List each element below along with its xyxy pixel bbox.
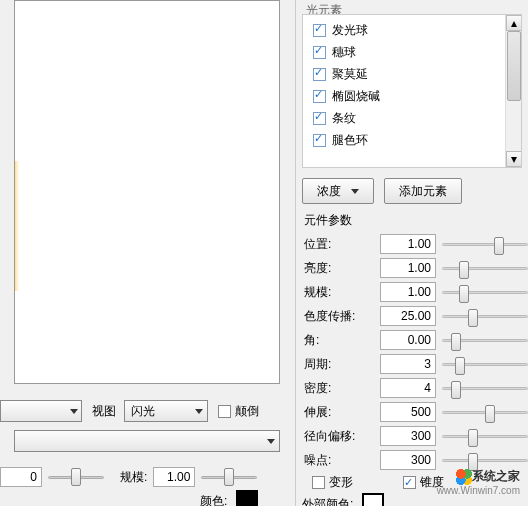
param-slider[interactable] — [442, 363, 528, 366]
item-checkbox[interactable] — [313, 112, 326, 125]
param-label: 密度: — [302, 380, 380, 397]
scrollbar[interactable]: ▴ ▾ — [505, 15, 521, 167]
right-panel: 光元素 发光球穗球聚莫延椭圆烧碱条纹腿色环 ▴ ▾ 浓度 添加元素 元件参数 位… — [295, 0, 528, 506]
param-row: 伸展: — [302, 400, 528, 424]
item-checkbox[interactable] — [313, 134, 326, 147]
element-item[interactable]: 条纹 — [313, 107, 521, 129]
scroll-down-button[interactable]: ▾ — [506, 151, 522, 167]
chevron-down-icon — [70, 409, 78, 414]
element-item[interactable]: 椭圆烧碱 — [313, 85, 521, 107]
param-field[interactable] — [380, 258, 436, 278]
view-dropdown[interactable]: 闪光 — [124, 400, 208, 422]
slider-thumb[interactable] — [455, 357, 465, 375]
slider-thumb[interactable] — [451, 333, 461, 351]
param-field[interactable] — [380, 234, 436, 254]
slider-1[interactable] — [48, 467, 104, 487]
param-field[interactable] — [380, 330, 436, 350]
item-checkbox[interactable] — [313, 90, 326, 103]
slider-thumb[interactable] — [224, 468, 234, 486]
slider-scale[interactable] — [201, 467, 257, 487]
slider-thumb[interactable] — [485, 405, 495, 423]
param-slider[interactable] — [442, 267, 528, 270]
param-label: 色度传播: — [302, 308, 380, 325]
dropdown-1[interactable] — [0, 400, 82, 422]
item-label: 发光球 — [332, 22, 368, 39]
left-panel: 视图 闪光 颠倒 规模: 颜色: — [0, 0, 295, 506]
slider-thumb[interactable] — [459, 261, 469, 279]
bottom-row: 规模: — [0, 462, 295, 492]
item-label: 条纹 — [332, 110, 356, 127]
deform-checkbox[interactable] — [312, 476, 325, 489]
param-slider[interactable] — [442, 291, 528, 294]
param-label: 周期: — [302, 356, 380, 373]
checkbox-row: 变形 锥度 — [302, 474, 444, 491]
invert-checkbox[interactable] — [218, 405, 231, 418]
element-item[interactable]: 腿色环 — [313, 129, 521, 151]
item-label: 聚莫延 — [332, 66, 368, 83]
watermark-text1: 系统之家 — [472, 469, 520, 483]
density-label: 浓度 — [317, 183, 341, 200]
invert-label: 颠倒 — [235, 403, 259, 420]
item-label: 椭圆烧碱 — [332, 88, 380, 105]
param-slider[interactable] — [442, 339, 528, 342]
watermark-text2: www.Winwin7.com — [437, 485, 520, 496]
item-checkbox[interactable] — [313, 46, 326, 59]
add-element-button[interactable]: 添加元素 — [384, 178, 462, 204]
deform-label: 变形 — [329, 474, 353, 491]
preview-canvas[interactable] — [14, 0, 280, 384]
item-checkbox[interactable] — [313, 24, 326, 37]
item-checkbox[interactable] — [313, 68, 326, 81]
slider-thumb[interactable] — [459, 285, 469, 303]
param-field[interactable] — [380, 378, 436, 398]
scale-label: 规模: — [120, 469, 147, 486]
param-label: 亮度: — [302, 260, 380, 277]
value-field[interactable] — [0, 467, 42, 487]
param-row: 角: — [302, 328, 528, 352]
scroll-up-button[interactable]: ▴ — [506, 15, 522, 31]
chevron-down-icon — [351, 189, 359, 194]
param-field[interactable] — [380, 402, 436, 422]
param-slider[interactable] — [442, 315, 528, 318]
param-field[interactable] — [380, 306, 436, 326]
color-swatch[interactable] — [236, 490, 258, 506]
param-field[interactable] — [380, 450, 436, 470]
slider-thumb[interactable] — [468, 429, 478, 447]
view-value: 闪光 — [131, 403, 155, 420]
ext-color-label: 外部颜色: — [302, 496, 353, 506]
element-item[interactable]: 发光球 — [313, 19, 521, 41]
chevron-down-icon — [195, 409, 203, 414]
params-title: 元件参数 — [304, 212, 352, 229]
slider-thumb[interactable] — [468, 309, 478, 327]
param-label: 角: — [302, 332, 380, 349]
param-slider[interactable] — [442, 411, 528, 414]
param-field[interactable] — [380, 282, 436, 302]
param-row: 径向偏移: — [302, 424, 528, 448]
view-label: 视图 — [92, 403, 116, 420]
param-row: 位置: — [302, 232, 528, 256]
elements-list: 发光球穗球聚莫延椭圆烧碱条纹腿色环 ▴ ▾ — [302, 14, 522, 168]
slider-thumb[interactable] — [451, 381, 461, 399]
param-field[interactable] — [380, 354, 436, 374]
slider-thumb[interactable] — [71, 468, 81, 486]
param-field[interactable] — [380, 426, 436, 446]
scale-field[interactable] — [153, 467, 195, 487]
item-label: 腿色环 — [332, 132, 368, 149]
color-label: 颜色: — [200, 493, 227, 506]
slider-thumb[interactable] — [494, 237, 504, 255]
param-slider[interactable] — [442, 243, 528, 246]
param-slider[interactable] — [442, 459, 528, 462]
taper-checkbox[interactable] — [403, 476, 416, 489]
item-label: 穗球 — [332, 44, 356, 61]
element-item[interactable]: 穗球 — [313, 41, 521, 63]
density-dropdown[interactable]: 浓度 — [302, 178, 374, 204]
param-slider[interactable] — [442, 435, 528, 438]
ext-color-swatch[interactable] — [362, 493, 384, 506]
param-label: 噪点: — [302, 452, 380, 469]
param-row: 密度: — [302, 376, 528, 400]
wide-dropdown[interactable] — [14, 430, 280, 452]
param-slider[interactable] — [442, 387, 528, 390]
element-item[interactable]: 聚莫延 — [313, 63, 521, 85]
param-label: 规模: — [302, 284, 380, 301]
scroll-thumb[interactable] — [507, 31, 521, 101]
view-row: 视图 闪光 颠倒 — [0, 398, 295, 424]
